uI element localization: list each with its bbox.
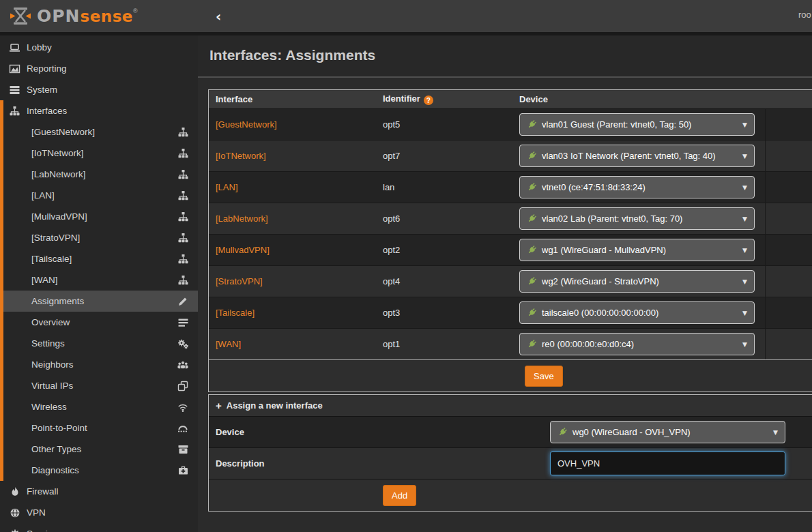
sidebar-item-tailscale[interactable]: [Tailscale]: [0, 248, 198, 269]
device-select-value: vlan03 IoT Network (Parent: vtnet0, Tag:…: [542, 151, 716, 161]
interface-link[interactable]: [WAN]: [216, 339, 241, 349]
interface-link[interactable]: [MullvadVPN]: [216, 245, 270, 255]
device-select[interactable]: vtnet0 (ce:47:51:8d:33:24)▼: [519, 176, 755, 198]
add-button[interactable]: Add: [383, 485, 416, 506]
sidebar-item-lan[interactable]: [LAN]: [0, 185, 198, 206]
sitemap-icon: [177, 233, 189, 243]
new-device-select-value: wg0 (WireGuard - OVH_VPN): [572, 427, 691, 437]
sidebar-item-reporting[interactable]: Reporting: [0, 58, 198, 79]
device-form-row: Device wg0 (WireGuard - OVH_VPN) ▼: [209, 416, 812, 447]
device-select[interactable]: vlan02 Lab (Parent: vtnet0, Tag: 70)▼: [519, 207, 755, 230]
sitemap-icon: [177, 211, 189, 222]
caret-down-icon: ▼: [742, 278, 747, 285]
device-select[interactable]: vlan01 Guest (Parent: vtnet0, Tag: 50)▼: [519, 113, 755, 136]
plug-icon: [527, 119, 537, 130]
opnsense-logo[interactable]: OPNsense®: [0, 6, 198, 26]
device-select[interactable]: wg1 (WireGuard - MullvadVPN)▼: [519, 239, 755, 261]
sidebar-item-lobby[interactable]: Lobby: [0, 37, 198, 58]
help-icon[interactable]: ?: [424, 95, 433, 105]
plug-icon: [527, 151, 537, 161]
device-select[interactable]: re0 (00:00:00:e0:d0:c4)▼: [519, 333, 755, 355]
sidebar-item-firewall[interactable]: Firewall: [0, 481, 198, 502]
interface-link[interactable]: [StratoVPN]: [216, 276, 263, 286]
plug-icon: [527, 308, 537, 318]
sidebar-item-diagnostics[interactable]: Diagnostics: [0, 460, 198, 481]
sidebar-item-label: Assignments: [31, 296, 84, 306]
sidebar-item-label: Interfaces: [27, 106, 67, 116]
sidebar-item-services[interactable]: Services: [0, 523, 198, 532]
sidebar-item-virtual-ips[interactable]: Virtual IPs: [0, 375, 198, 396]
sidebar-item-system[interactable]: System: [0, 79, 198, 100]
sidebar-item-assignments[interactable]: Assignments: [0, 291, 198, 312]
table-row: [LAN]lanvtnet0 (ce:47:51:8d:33:24)▼: [209, 171, 812, 203]
table-header-row: Interface Identifier? Device: [209, 90, 812, 109]
sidebar-item-neighbors[interactable]: Neighbors: [0, 354, 198, 375]
sidebar-item-point-to-point[interactable]: Point-to-Point: [0, 417, 198, 439]
interface-link[interactable]: [LabNetwork]: [216, 213, 268, 224]
sidebar-item-labnetwork[interactable]: [LabNetwork]: [0, 164, 198, 185]
table-row: [WAN]opt1re0 (00:00:00:e0:d0:c4)▼: [209, 328, 812, 359]
new-device-select[interactable]: wg0 (WireGuard - OVH_VPN) ▼: [550, 421, 785, 443]
column-header-interface: Interface: [209, 94, 383, 104]
identifier-value: opt5: [383, 119, 400, 130]
device-select[interactable]: tailscale0 (00:00:00:00:00:00)▼: [519, 301, 755, 324]
sidebar-item-label: Services: [27, 529, 62, 532]
sidebar-item-mullvadvpn[interactable]: [MullvadVPN]: [0, 206, 198, 227]
sitemap-icon: [177, 190, 189, 201]
row-actions-cell: [765, 297, 812, 328]
interface-link[interactable]: [LAN]: [216, 182, 238, 192]
sidebar-item-guestnetwork[interactable]: [GuestNetwork]: [0, 121, 198, 143]
sidebar-item-overview[interactable]: Overview: [0, 312, 198, 333]
sidebar-item-label: System: [27, 85, 57, 95]
save-button[interactable]: Save: [525, 366, 563, 387]
logo-registered-mark: ®: [133, 8, 138, 14]
caret-down-icon: ▼: [773, 429, 778, 436]
caret-down-icon: ▼: [742, 153, 747, 160]
sitemap-icon: [177, 275, 189, 286]
device-select[interactable]: wg2 (WireGuard - StratoVPN)▼: [519, 270, 755, 293]
sidebar-item-wan[interactable]: [WAN]: [0, 269, 198, 291]
caret-down-icon: ▼: [742, 121, 747, 128]
interface-link[interactable]: [Tailscale]: [216, 308, 255, 318]
sidebar-item-stratovpn[interactable]: [StratoVPN]: [0, 227, 198, 248]
device-label: Device: [209, 427, 376, 437]
sidebar-item-label: Diagnostics: [31, 465, 79, 475]
sidebar-item-label: Settings: [31, 338, 65, 349]
interface-link[interactable]: [GuestNetwork]: [216, 119, 277, 130]
description-input[interactable]: [550, 452, 785, 475]
table-row: [MullvadVPN]opt2wg1 (WireGuard - Mullvad…: [209, 234, 812, 265]
assign-panel-header: + Assign a new interface: [209, 395, 812, 416]
row-actions-cell: [765, 266, 812, 297]
identifier-value: opt6: [383, 213, 400, 224]
sidebar-collapse-chevron-icon[interactable]: ‹: [216, 8, 221, 25]
caret-down-icon: ▼: [742, 310, 747, 316]
sidebar-item-iotnetwork[interactable]: [IoTNetwork]: [0, 143, 198, 164]
device-select[interactable]: vlan03 IoT Network (Parent: vtnet0, Tag:…: [519, 145, 755, 167]
sidebar-item-interfaces[interactable]: Interfaces: [0, 100, 198, 121]
sidebar-item-vpn[interactable]: VPN: [0, 502, 198, 523]
plug-icon: [557, 427, 568, 437]
identifier-value: opt1: [383, 339, 400, 349]
archive-icon: [177, 444, 189, 455]
sidebar-item-label: Overview: [31, 317, 70, 327]
device-select-value: tailscale0 (00:00:00:00:00:00): [542, 308, 658, 318]
logo-text-sense: sense: [81, 8, 133, 25]
sidebar-item-label: Neighbors: [31, 359, 74, 370]
description-form-row: Description: [209, 447, 812, 479]
column-header-device: Device: [519, 94, 765, 104]
sidebar-item-other-types[interactable]: Other Types: [0, 439, 198, 460]
device-select-value: re0 (00:00:00:e0:d0:c4): [542, 339, 634, 349]
logged-in-user-text[interactable]: roo: [798, 10, 811, 20]
sidebar-item-settings[interactable]: Settings: [0, 333, 198, 354]
interface-link[interactable]: [IoTNetwork]: [216, 151, 266, 161]
device-select-value: vlan02 Lab (Parent: vtnet0, Tag: 70): [542, 213, 682, 224]
sidebar-item-label: VPN: [27, 507, 46, 518]
pencil-icon: [177, 296, 189, 307]
add-row: Add: [209, 479, 812, 511]
table-row: [StratoVPN]opt4wg2 (WireGuard - StratoVP…: [209, 265, 812, 297]
sidebar-item-wireless[interactable]: Wireless: [0, 396, 198, 417]
fire-icon: [8, 486, 21, 497]
row-actions-cell: [765, 329, 812, 359]
server-icon: [8, 85, 21, 95]
list-icon: [177, 317, 189, 328]
